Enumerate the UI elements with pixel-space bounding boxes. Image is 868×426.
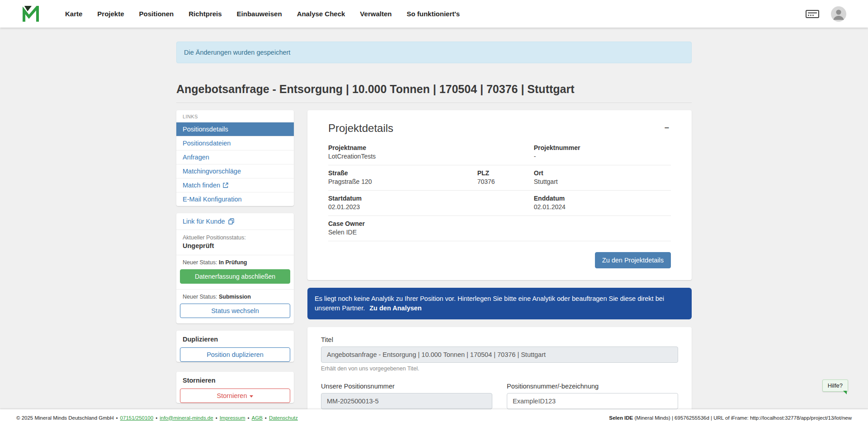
- project-details-button[interactable]: Zu den Projektdetails: [595, 252, 671, 268]
- nav-item-so-funktionierts[interactable]: So funktioniert's: [406, 10, 460, 18]
- footer-datenschutz-link[interactable]: Datenschutz: [269, 415, 298, 421]
- footer-email-link[interactable]: info@mineral-minds.de: [160, 415, 213, 421]
- nav-item-richtpreis[interactable]: Richtpreis: [189, 10, 222, 18]
- status-section-pruefung: Neuer Status: In Prüfung Datenerfassung …: [176, 255, 294, 284]
- footer-separator: •: [265, 415, 267, 421]
- custom-number-label: Positionsnummer/-bezeichnung: [507, 383, 678, 390]
- user-avatar[interactable]: [831, 6, 846, 22]
- new-status-value: Submission: [219, 294, 251, 300]
- switch-status-button[interactable]: Status wechseln: [180, 304, 290, 318]
- footer: © 2025 Mineral Minds Deutschland GmbH • …: [0, 409, 868, 426]
- main-navigation: Karte Projekte Positionen Richtpreis Ein…: [65, 10, 460, 18]
- analytics-link[interactable]: Zu den Analysen: [369, 304, 421, 312]
- new-status-2: Neuer Status: Submission: [176, 290, 294, 303]
- copy-icon: [228, 218, 234, 225]
- user-icon: [831, 6, 846, 22]
- top-navbar: Karte Projekte Positionen Richtpreis Ein…: [0, 0, 868, 28]
- page-content: Die Änderungen wurden gespeichert Angebo…: [0, 28, 868, 426]
- strasse-value: Pragstraße 120: [328, 178, 477, 185]
- project-row-owner: Case Owner Selen IDE: [328, 216, 671, 241]
- position-number-input: [321, 393, 492, 409]
- title-divider: [176, 103, 692, 103]
- links-menu-card: LINKS Positionsdetails Positionsdateien …: [176, 110, 294, 206]
- enddatum-value: 02.01.2024: [534, 203, 671, 211]
- new-status-label: Neuer Status:: [183, 294, 217, 300]
- ort-label: Ort: [534, 169, 671, 177]
- mineral-minds-logo-icon: [22, 6, 40, 22]
- custom-number-input[interactable]: [507, 393, 678, 409]
- project-details-title: Projektdetails: [328, 122, 393, 135]
- new-status-1: Neuer Status: In Prüfung: [176, 255, 294, 269]
- sidebar-item-positionsdetails[interactable]: Positionsdetails: [176, 122, 294, 136]
- sidebar-item-label: Anfragen: [183, 154, 209, 161]
- ort-value: Stuttgart: [534, 178, 671, 185]
- help-button[interactable]: Hilfe?: [822, 379, 848, 392]
- case-owner-value: Selen IDE: [328, 229, 477, 236]
- footer-user: Selen IDE: [609, 415, 633, 421]
- startdatum-value: 02.01.2023: [328, 203, 477, 211]
- duplicate-card: Duplizieren Position duplizieren: [176, 331, 294, 362]
- sidebar-item-email-konfiguration[interactable]: E-Mail Konfiguration: [176, 192, 294, 206]
- analytics-banner-text: Es liegt noch keine Analytik zu Ihrer Po…: [315, 295, 664, 312]
- status-card: Link für Kunde Aktueller Positionsstatus…: [176, 213, 294, 323]
- cancel-dropdown-button[interactable]: Stornieren: [180, 389, 290, 403]
- footer-impressum-link[interactable]: Impressum: [220, 415, 245, 421]
- projektname-label: Projektname: [328, 144, 477, 151]
- sidebar-item-match-finden[interactable]: Match finden: [176, 178, 294, 192]
- duplicate-title: Duplizieren: [176, 336, 294, 347]
- nav-item-analyse-check[interactable]: Analyse Check: [297, 10, 345, 18]
- project-row-dates: Startdatum 02.01.2023 Enddatum 02.01.202…: [328, 191, 671, 216]
- sidebar-item-label: Positionsdetails: [183, 126, 228, 133]
- sidebar-item-anfragen[interactable]: Anfragen: [176, 150, 294, 164]
- collapse-icon[interactable]: −: [662, 122, 671, 134]
- position-number-label: Unsere Positionsnummer: [321, 383, 492, 390]
- current-status-block: Aktueller Positionsstatus: Ungeprüft: [176, 230, 294, 255]
- sidebar-item-label: E-Mail Konfiguration: [183, 196, 242, 203]
- titel-help: Erhält den von uns vorgegebenen Titel.: [321, 365, 678, 372]
- server-icon[interactable]: [806, 9, 819, 19]
- titel-label: Titel: [321, 336, 678, 343]
- app-logo[interactable]: [22, 6, 40, 22]
- sidebar-item-label: Match finden: [183, 182, 220, 189]
- projektnummer-value: -: [534, 153, 671, 160]
- sidebar-item-matchingvorschlaege[interactable]: Matchingvorschläge: [176, 164, 294, 178]
- success-alert: Die Änderungen wurden gespeichert: [176, 42, 692, 63]
- customer-link-label: Link für Kunde: [183, 218, 225, 225]
- new-status-label: Neuer Status:: [183, 259, 217, 266]
- footer-separator: •: [216, 415, 217, 421]
- enddatum-label: Enddatum: [534, 195, 671, 202]
- nav-item-verwalten[interactable]: Verwalten: [360, 10, 392, 18]
- footer-separator: •: [156, 415, 157, 421]
- customer-link[interactable]: Link für Kunde: [176, 213, 294, 230]
- plz-label: PLZ: [477, 169, 534, 177]
- external-link-icon: [223, 183, 228, 188]
- sidebar-item-label: Matchingvorschläge: [183, 168, 241, 175]
- footer-left: © 2025 Mineral Minds Deutschland GmbH • …: [16, 415, 298, 421]
- cancel-title: Stornieren: [176, 377, 294, 388]
- complete-data-entry-button[interactable]: Datenerfassung abschließen: [180, 269, 290, 284]
- footer-session-details: (Mineral Minds) | 69576255536d | URL of …: [633, 415, 852, 421]
- duplicate-position-button[interactable]: Position duplizieren: [180, 347, 290, 362]
- status-section-submission: Neuer Status: Submission Status wechseln: [176, 289, 294, 318]
- case-owner-label: Case Owner: [328, 220, 477, 227]
- project-details-card: Projektdetails − Projektname LotCreation…: [307, 110, 692, 280]
- projektnummer-label: Projektnummer: [534, 144, 671, 151]
- nav-item-positionen[interactable]: Positionen: [139, 10, 174, 18]
- analytics-banner: Es liegt noch keine Analytik zu Ihrer Po…: [307, 288, 692, 319]
- cancel-card: Stornieren Stornieren: [176, 372, 294, 403]
- nav-item-einbauweisen[interactable]: Einbauweisen: [237, 10, 282, 18]
- startdatum-label: Startdatum: [328, 195, 477, 202]
- caret-down-icon: [250, 395, 253, 398]
- nav-item-karte[interactable]: Karte: [65, 10, 82, 18]
- projektname-value: LotCreationTests: [328, 153, 477, 160]
- footer-copyright: © 2025 Mineral Minds Deutschland GmbH: [16, 415, 114, 421]
- footer-separator: •: [248, 415, 250, 421]
- footer-phone-link[interactable]: 07151/250100: [120, 415, 154, 421]
- new-status-value: In Prüfung: [219, 259, 247, 266]
- footer-agb-link[interactable]: AGB: [252, 415, 263, 421]
- alert-message: Die Änderungen wurden gespeichert: [184, 49, 290, 56]
- project-row-name: Projektname LotCreationTests Projektnumm…: [328, 140, 671, 165]
- nav-item-projekte[interactable]: Projekte: [97, 10, 124, 18]
- sidebar-item-positionsdateien[interactable]: Positionsdateien: [176, 136, 294, 150]
- sidebar-item-label: Positionsdateien: [183, 140, 231, 147]
